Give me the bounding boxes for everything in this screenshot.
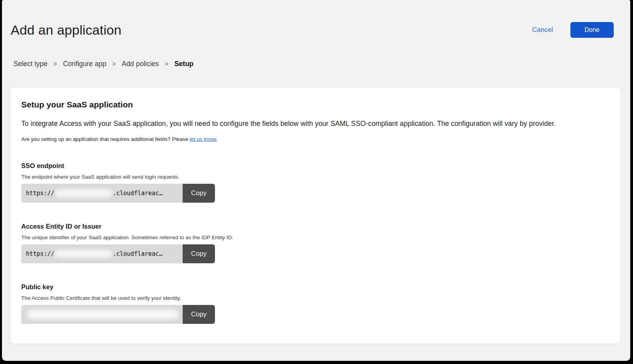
field-access-entity-id: Access Entity ID or Issuer The unique id… [21,223,609,263]
value-suffix: .cloudflareac… [113,250,162,257]
breadcrumb-separator: > [54,61,57,68]
copy-row: https:// .cloudflareac… Copy [21,244,215,263]
field-description: The endpoint where your SaaS application… [21,174,609,180]
copy-button-public-key[interactable]: Copy [183,305,215,324]
access-entity-id-value: https:// .cloudflareac… [21,244,183,263]
value-prefix: https:// [26,250,54,257]
field-label: Access Entity ID or Issuer [21,223,609,230]
breadcrumb: Select type > Configure app > Add polici… [2,38,630,68]
field-sso-endpoint: SSO endpoint The endpoint where your Saa… [21,162,609,203]
public-key-value [21,305,183,324]
sso-endpoint-value: https:// .cloudflareac… [21,184,183,203]
breadcrumb-separator: > [112,61,116,68]
page: Add an application Cancel Done Select ty… [2,0,630,361]
value-suffix: .cloudflareac… [113,190,162,197]
redacted-value [55,189,112,197]
let-us-know-link[interactable]: let us know. [190,136,218,142]
done-button[interactable]: Done [570,22,614,38]
breadcrumb-step-add-policies[interactable]: Add policies [122,60,159,68]
redacted-value [27,310,179,319]
field-label: SSO endpoint [21,162,609,170]
card-note-text: Are you setting up an application that r… [21,136,190,142]
header-actions: Cancel Done [532,22,614,38]
breadcrumb-separator: > [165,61,168,68]
field-description: The Access Public Certificate that will … [21,295,609,301]
copy-button-access-entity-id[interactable]: Copy [183,244,215,263]
field-public-key: Public key The Access Public Certificate… [21,283,609,324]
breadcrumb-step-configure-app[interactable]: Configure app [63,60,106,68]
page-title: Add an application [11,22,122,38]
breadcrumb-step-setup: Setup [174,60,194,68]
field-label: Public key [21,283,609,291]
setup-card: Setup your SaaS application To integrate… [10,87,621,344]
copy-button-sso-endpoint[interactable]: Copy [183,184,215,203]
copy-row: Copy [21,305,215,324]
page-header: Add an application Cancel Done [2,0,630,38]
field-description: The unique identifier of your SaaS appli… [21,235,609,240]
card-note: Are you setting up an application that r… [21,136,609,142]
redacted-value [55,250,112,258]
breadcrumb-step-select-type[interactable]: Select type [13,60,48,68]
card-heading: Setup your SaaS application [21,100,609,109]
copy-row: https:// .cloudflareac… Copy [21,184,215,203]
value-prefix: https:// [26,190,54,197]
card-intro: To integrate Access with your SaaS appli… [21,120,609,128]
cancel-button[interactable]: Cancel [532,26,553,34]
